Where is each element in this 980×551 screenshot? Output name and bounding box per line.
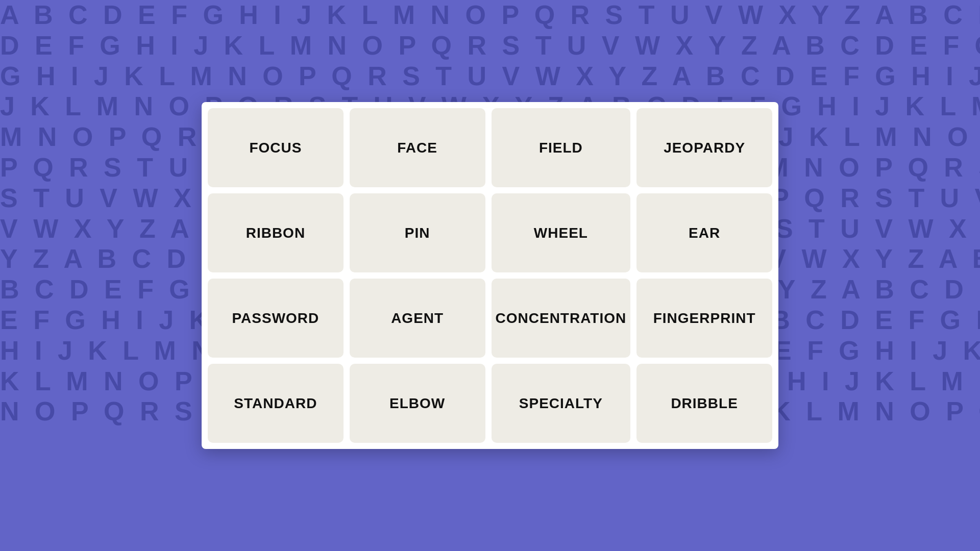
card-grid: FOCUSFACEFIELDJEOPARDYRIBBONPINWHEELEARP… — [208, 108, 772, 443]
card-ear[interactable]: EAR — [636, 193, 772, 272]
card-label-focus: FOCUS — [245, 136, 306, 160]
card-label-ribbon: RIBBON — [242, 221, 309, 245]
card-face[interactable]: FACE — [350, 108, 485, 187]
card-label-standard: STANDARD — [230, 391, 321, 416]
card-ribbon[interactable]: RIBBON — [208, 193, 344, 272]
card-label-fingerprint: FINGERPRINT — [649, 306, 760, 331]
card-grid-wrapper: FOCUSFACEFIELDJEOPARDYRIBBONPINWHEELEARP… — [202, 102, 778, 449]
card-label-agent: AGENT — [387, 306, 448, 331]
card-label-elbow: ELBOW — [385, 391, 449, 416]
card-wheel[interactable]: WHEEL — [492, 193, 631, 272]
card-standard[interactable]: STANDARD — [208, 364, 344, 443]
card-pin[interactable]: PIN — [350, 193, 485, 272]
card-password[interactable]: PASSWORD — [208, 279, 344, 358]
card-label-password: PASSWORD — [228, 306, 323, 331]
card-label-ear: EAR — [684, 221, 724, 245]
card-elbow[interactable]: ELBOW — [350, 364, 485, 443]
card-label-specialty: SPECIALTY — [515, 391, 607, 416]
card-label-pin: PIN — [401, 221, 434, 245]
card-label-field: FIELD — [535, 136, 587, 160]
card-label-dribble: DRIBBLE — [667, 391, 742, 416]
card-jeopardy[interactable]: JEOPARDY — [636, 108, 772, 187]
card-fingerprint[interactable]: FINGERPRINT — [636, 279, 772, 358]
card-concentration[interactable]: CONCENTRATION — [492, 279, 631, 358]
card-label-face: FACE — [393, 136, 442, 160]
card-label-wheel: WHEEL — [530, 221, 592, 245]
card-focus[interactable]: FOCUS — [208, 108, 344, 187]
card-label-jeopardy: JEOPARDY — [659, 136, 749, 160]
card-agent[interactable]: AGENT — [350, 279, 485, 358]
card-label-concentration: CONCENTRATION — [492, 306, 631, 331]
card-field[interactable]: FIELD — [492, 108, 631, 187]
card-dribble[interactable]: DRIBBLE — [636, 364, 772, 443]
card-specialty[interactable]: SPECIALTY — [492, 364, 631, 443]
